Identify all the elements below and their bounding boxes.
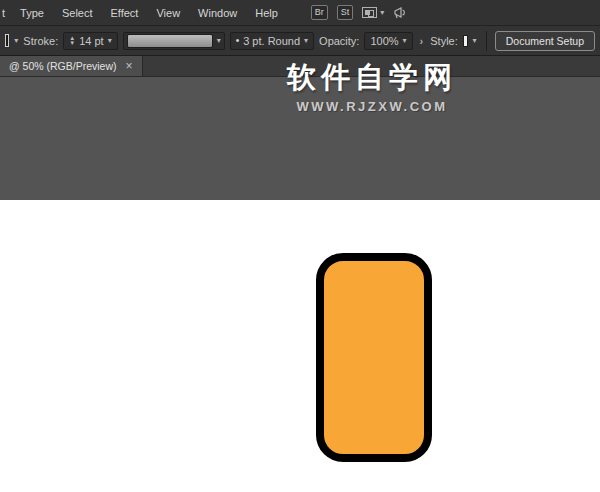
- illustrator-window: t Type Select Effect View Window Help Br…: [0, 0, 600, 492]
- brush-definition-value: 3 pt. Round: [243, 35, 300, 47]
- share-icon[interactable]: [393, 6, 409, 20]
- calligraphic-brush-icon: •: [236, 35, 240, 46]
- document-tab-bar: @ 50% (RGB/Preview) ×: [0, 56, 600, 77]
- style-label: Style:: [430, 35, 458, 47]
- menu-toolbar-icons: Br St ▾: [311, 5, 410, 20]
- stroke-label: Stroke:: [23, 35, 58, 47]
- artboard[interactable]: [0, 200, 600, 492]
- tab-label: @ 50% (RGB/Preview): [9, 60, 117, 72]
- arrange-grid-glyph: [362, 7, 377, 18]
- opacity-dropdown[interactable]: 100% ▾: [364, 32, 412, 50]
- opacity-value: 100%: [370, 35, 398, 47]
- chevron-down-icon: ▾: [304, 37, 308, 45]
- stock-icon[interactable]: St: [337, 5, 354, 20]
- menu-item-window[interactable]: Window: [189, 7, 246, 19]
- stroke-width-value: 14 pt: [79, 35, 103, 47]
- pasteboard[interactable]: [0, 77, 600, 200]
- menu-item-clipped[interactable]: t: [0, 7, 11, 19]
- width-profile-preview: [127, 34, 213, 48]
- opacity-label: Opacity:: [319, 35, 359, 47]
- menu-item-help[interactable]: Help: [246, 7, 287, 19]
- menu-item-view[interactable]: View: [147, 7, 189, 19]
- stroke-stepper-icon[interactable]: ▲▼: [69, 36, 75, 46]
- brush-definition-dropdown[interactable]: • 3 pt. Round ▾: [230, 32, 314, 50]
- appearance-chevron-icon[interactable]: ▾: [14, 37, 18, 45]
- menu-item-select[interactable]: Select: [53, 7, 102, 19]
- style-chevron-icon[interactable]: ▾: [473, 37, 477, 45]
- menu-item-effect[interactable]: Effect: [102, 7, 148, 19]
- control-bar: ▾ Stroke: ▲▼ 14 pt ▾ ▾ • 3 pt. Round ▾ O…: [0, 26, 600, 56]
- width-profile-dropdown[interactable]: ▾: [123, 32, 225, 50]
- more-options-icon[interactable]: ›: [418, 35, 426, 47]
- chevron-down-icon: ▾: [403, 37, 407, 45]
- menu-bar: t Type Select Effect View Window Help Br…: [0, 0, 600, 26]
- arrange-documents-icon[interactable]: ▾: [362, 7, 384, 18]
- chevron-down-icon: ▾: [108, 37, 112, 45]
- chevron-down-icon: ▾: [380, 9, 384, 17]
- document-setup-button[interactable]: Document Setup: [495, 31, 595, 51]
- bridge-icon[interactable]: Br: [311, 5, 328, 20]
- chevron-down-icon: ▾: [217, 37, 221, 45]
- stroke-width-dropdown[interactable]: ▲▼ 14 pt ▾: [63, 32, 117, 50]
- rounded-rectangle-shape[interactable]: [316, 253, 432, 462]
- appearance-swatch[interactable]: [5, 34, 9, 47]
- tab-close-icon[interactable]: ×: [126, 60, 133, 72]
- document-tab[interactable]: @ 50% (RGB/Preview) ×: [0, 56, 143, 76]
- menu-item-type[interactable]: Type: [11, 7, 53, 19]
- style-swatch[interactable]: [463, 35, 468, 47]
